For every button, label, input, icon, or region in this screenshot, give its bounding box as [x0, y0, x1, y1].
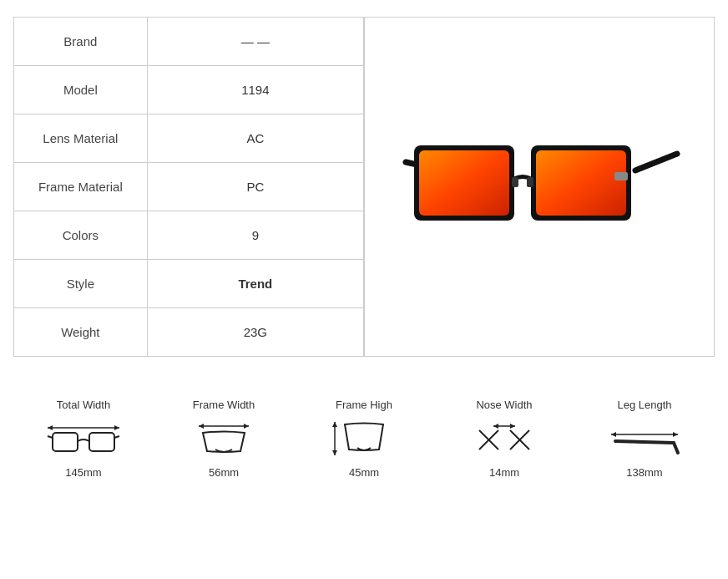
svg-marker-18: [244, 424, 249, 429]
svg-rect-3: [419, 150, 509, 216]
spec-value-4: 9: [147, 211, 363, 260]
svg-marker-11: [114, 425, 119, 430]
dim-frame-width: Frame Width 56mm: [161, 399, 286, 479]
spec-value-3: PC: [147, 163, 363, 211]
svg-rect-5: [536, 150, 626, 216]
svg-marker-21: [332, 450, 337, 455]
dim-nose-width-label: Nose Width: [476, 399, 532, 411]
svg-marker-31: [673, 432, 678, 437]
spec-label-4: Colors: [14, 211, 148, 260]
frame-width-icon: [186, 418, 261, 460]
specs-table: Brand— —Model1194Lens MaterialACFrame Ma…: [13, 17, 364, 357]
dim-leg-length: Leg Length 138mm: [582, 399, 707, 479]
svg-rect-6: [512, 177, 518, 187]
spec-label-0: Brand: [14, 18, 148, 66]
leg-length-icon: [607, 418, 682, 460]
svg-line-33: [674, 443, 678, 453]
dimensions-section: Total Width 145mm Frame Width 56: [13, 399, 715, 479]
dim-frame-high-value: 45mm: [349, 466, 379, 479]
spec-label-3: Frame Material: [14, 163, 148, 211]
spec-value-5: Trend: [147, 260, 363, 308]
dim-nose-width: Nose Width 14mm: [442, 399, 567, 479]
spec-label-1: Model: [14, 66, 148, 114]
svg-rect-13: [89, 433, 114, 451]
top-section: Brand— —Model1194Lens MaterialACFrame Ma…: [13, 17, 715, 357]
svg-marker-23: [493, 424, 498, 429]
dim-nose-width-value: 14mm: [489, 466, 519, 479]
svg-rect-8: [614, 172, 628, 180]
svg-marker-24: [510, 424, 515, 429]
svg-marker-17: [199, 424, 204, 429]
spec-label-6: Weight: [14, 308, 148, 357]
dim-frame-high: Frame High 45mm: [301, 399, 427, 479]
svg-rect-7: [527, 177, 533, 187]
nose-width-icon: [467, 418, 542, 460]
svg-line-1: [635, 154, 677, 170]
dim-total-width: Total Width 145mm: [21, 399, 146, 479]
spec-label-5: Style: [14, 260, 148, 308]
svg-marker-20: [332, 422, 337, 427]
product-image: [364, 17, 715, 357]
spec-value-2: AC: [147, 114, 363, 163]
total-width-icon: [46, 418, 121, 460]
spec-value-1: 1194: [147, 66, 363, 114]
spec-label-2: Lens Material: [14, 114, 148, 163]
spec-value-6: 23G: [147, 308, 363, 357]
dim-frame-high-label: Frame High: [336, 399, 392, 411]
dim-leg-length-value: 138mm: [626, 466, 662, 479]
svg-rect-12: [53, 433, 78, 451]
dim-total-width-value: 145mm: [65, 466, 101, 479]
frame-high-icon: [326, 418, 402, 460]
dim-frame-width-value: 56mm: [209, 466, 239, 479]
sunglasses-illustration: [397, 95, 681, 279]
svg-marker-30: [611, 432, 616, 437]
spec-value-0: — —: [147, 18, 363, 66]
svg-line-32: [615, 441, 674, 443]
dim-leg-length-label: Leg Length: [617, 399, 671, 411]
dim-frame-width-label: Frame Width: [193, 399, 255, 411]
dim-total-width-label: Total Width: [57, 399, 110, 411]
svg-marker-10: [48, 425, 53, 430]
